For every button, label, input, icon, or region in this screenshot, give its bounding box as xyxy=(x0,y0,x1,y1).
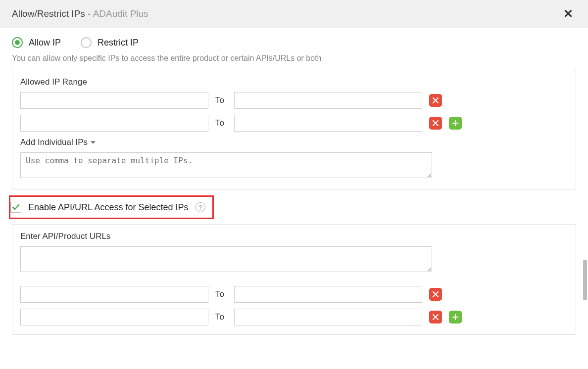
radio-dot-icon xyxy=(15,40,20,45)
to-label: To xyxy=(215,118,227,128)
radio-circle-icon xyxy=(12,37,23,48)
api-url-input[interactable] xyxy=(20,246,432,272)
individual-ips-input[interactable] xyxy=(20,152,432,178)
radio-restrict-ip[interactable]: Restrict IP xyxy=(81,37,139,48)
radio-allow-ip[interactable]: Allow IP xyxy=(12,37,61,48)
to-label: To xyxy=(215,95,227,105)
ip-range-row: To xyxy=(20,286,568,303)
checkbox-icon[interactable] xyxy=(10,202,21,213)
allowed-ip-panel: Allowed IP Range To To Add Individual IP… xyxy=(12,70,576,189)
ip-to-input[interactable] xyxy=(234,309,422,325)
enable-api-checkbox-row[interactable]: Enable API/URL Access for Selected IPs ? xyxy=(10,202,205,213)
title-main: Allow/Restrict IPs - xyxy=(12,8,93,19)
add-icon[interactable] xyxy=(449,117,462,130)
api-url-label: Enter API/Product URLs xyxy=(20,231,568,241)
ip-from-input[interactable] xyxy=(20,286,208,303)
radio-restrict-label: Restrict IP xyxy=(98,38,139,48)
scrollbar-thumb[interactable] xyxy=(583,260,587,300)
ip-from-input[interactable] xyxy=(20,309,208,325)
highlight-enable-api: Enable API/URL Access for Selected IPs ? xyxy=(9,195,214,219)
remove-icon[interactable] xyxy=(429,311,442,323)
add-icon[interactable] xyxy=(449,311,462,323)
ip-to-input[interactable] xyxy=(234,92,422,109)
title-product: ADAudit Plus xyxy=(93,8,148,19)
enable-api-label: Enable API/URL Access for Selected IPs xyxy=(28,202,189,213)
radio-circle-icon xyxy=(81,37,92,48)
to-label: To xyxy=(215,289,227,299)
ip-from-input[interactable] xyxy=(20,92,208,109)
dialog-header: Allow/Restrict IPs - ADAudit Plus ✕ xyxy=(0,0,588,28)
chevron-down-icon xyxy=(91,141,96,144)
ip-from-input[interactable] xyxy=(20,115,208,132)
allowed-range-label: Allowed IP Range xyxy=(20,77,568,87)
help-icon[interactable]: ? xyxy=(196,202,205,212)
help-text: You can allow only specific IPs to acces… xyxy=(12,54,576,63)
ip-range-row: To xyxy=(20,92,568,109)
api-url-panel: Enter API/Product URLs To To xyxy=(12,224,576,335)
ip-range-row: To xyxy=(20,309,568,325)
individual-ips-label[interactable]: Add Individual IPs xyxy=(20,138,568,147)
remove-icon[interactable] xyxy=(429,117,442,130)
to-label: To xyxy=(215,312,227,322)
ip-to-input[interactable] xyxy=(234,115,422,132)
dialog-title: Allow/Restrict IPs - ADAudit Plus xyxy=(12,8,148,19)
ip-range-row: To xyxy=(20,115,568,132)
individual-ips-text: Add Individual IPs xyxy=(20,138,88,147)
remove-icon[interactable] xyxy=(429,94,442,107)
ip-to-input[interactable] xyxy=(234,286,422,303)
dialog-content: Allow IP Restrict IP You can allow only … xyxy=(0,28,588,369)
remove-icon[interactable] xyxy=(429,288,442,301)
ip-mode-radio-group: Allow IP Restrict IP xyxy=(12,37,576,48)
close-icon[interactable]: ✕ xyxy=(560,7,576,21)
radio-allow-label: Allow IP xyxy=(29,38,61,48)
